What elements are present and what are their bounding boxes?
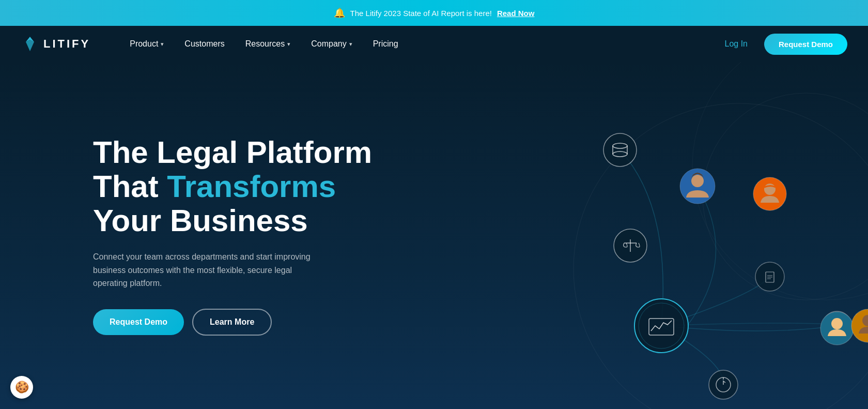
svg-point-25 xyxy=(680,169,715,204)
svg-point-2 xyxy=(692,62,868,300)
login-button[interactable]: Log In xyxy=(718,35,753,53)
svg-rect-16 xyxy=(766,272,774,282)
request-demo-nav-button[interactable]: Request Demo xyxy=(764,34,847,55)
svg-point-28 xyxy=(764,184,776,195)
bell-icon: 🔔 xyxy=(334,7,345,19)
nav-pricing[interactable]: Pricing xyxy=(365,35,407,53)
chevron-down-icon: ▾ xyxy=(287,41,290,48)
hero-section: The Legal Platform That Transforms Your … xyxy=(0,62,868,409)
nav-resources[interactable]: Resources ▾ xyxy=(237,35,299,53)
nav-company[interactable]: Company ▾ xyxy=(303,35,360,53)
svg-rect-11 xyxy=(649,319,674,335)
svg-point-0 xyxy=(574,103,868,409)
svg-point-6 xyxy=(614,229,647,262)
cookie-icon: 🍪 xyxy=(15,381,29,394)
hero-title: The Legal Platform That Transforms Your … xyxy=(93,135,372,238)
nav-right: Log In Request Demo xyxy=(718,34,847,55)
announcement-banner: 🔔 The Litify 2023 State of AI Report is … xyxy=(0,0,868,26)
learn-more-button[interactable]: Learn More xyxy=(192,309,272,336)
svg-point-10 xyxy=(639,303,684,349)
network-visualization xyxy=(403,62,868,409)
svg-point-31 xyxy=(851,309,868,342)
chevron-down-icon: ▾ xyxy=(161,41,164,48)
svg-point-9 xyxy=(634,299,688,353)
nav-product[interactable]: Product ▾ xyxy=(121,35,172,53)
svg-point-20 xyxy=(823,311,851,340)
svg-point-15 xyxy=(755,262,784,291)
svg-point-32 xyxy=(862,315,868,326)
svg-point-1 xyxy=(703,93,868,300)
svg-point-3 xyxy=(603,133,637,166)
logo-icon xyxy=(21,35,39,53)
svg-point-27 xyxy=(753,177,786,210)
svg-point-29 xyxy=(820,312,854,345)
chevron-down-icon: ▾ xyxy=(349,41,352,48)
main-nav: LITIFY Product ▾ Customers Resources ▾ C… xyxy=(0,26,868,62)
logo[interactable]: LITIFY xyxy=(21,35,90,53)
logo-wordmark: LITIFY xyxy=(43,37,90,51)
hero-buttons: Request Demo Learn More xyxy=(93,309,372,336)
svg-point-4 xyxy=(613,143,627,148)
svg-point-13 xyxy=(716,377,731,392)
svg-point-26 xyxy=(691,175,704,187)
nav-links: Product ▾ Customers Resources ▾ Company … xyxy=(121,35,718,53)
svg-point-5 xyxy=(613,152,627,157)
nav-customers[interactable]: Customers xyxy=(176,35,233,53)
hero-subtitle: Connect your team across departments and… xyxy=(93,250,320,290)
svg-rect-22 xyxy=(835,320,839,323)
request-demo-hero-button[interactable]: Request Demo xyxy=(93,309,184,335)
cookie-consent-button[interactable]: 🍪 xyxy=(10,376,33,399)
svg-point-12 xyxy=(709,370,738,399)
hero-content: The Legal Platform That Transforms Your … xyxy=(93,135,372,336)
svg-point-30 xyxy=(831,318,843,329)
svg-rect-21 xyxy=(833,322,841,332)
read-now-link[interactable]: Read Now xyxy=(497,9,535,18)
banner-text: The Litify 2023 State of AI Report is he… xyxy=(350,9,492,18)
